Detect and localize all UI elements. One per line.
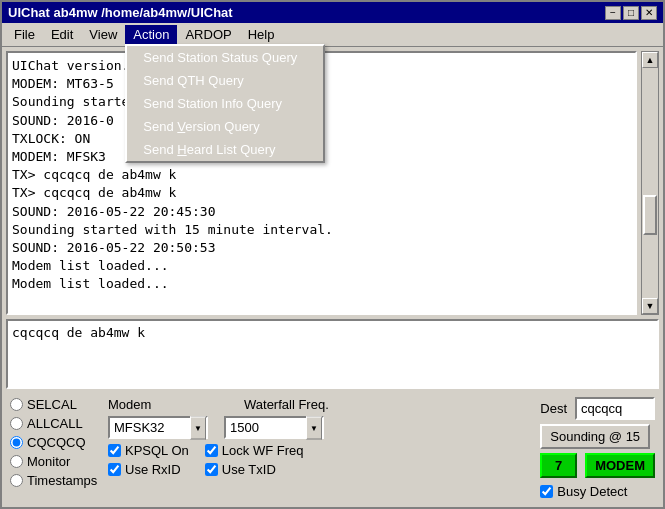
scrollbar[interactable]: ▲ ▼ — [641, 51, 659, 315]
radio-allcall-label: ALLCALL — [27, 416, 83, 431]
modem-waterfall-section: Modem Waterfall Freq. MFSK32 MT63-500 BP… — [108, 397, 329, 477]
window-title: UIChat ab4mw /home/ab4mw/UIChat — [8, 5, 233, 20]
scroll-up-button[interactable]: ▲ — [642, 52, 658, 68]
dest-row: Dest — [540, 397, 655, 420]
scroll-track — [642, 68, 658, 298]
radio-monitor-input[interactable] — [10, 455, 23, 468]
menu-send-station-info[interactable]: Send Station Info Query — [127, 92, 323, 115]
scroll-thumb[interactable] — [643, 195, 657, 235]
sounding-row: Sounding @ 15 — [540, 424, 655, 449]
checkbox-use-rxid[interactable]: Use RxID — [108, 462, 189, 477]
log-line: SOUND: 2016-05-22 20:50:53 — [12, 239, 631, 257]
scroll-down-button[interactable]: ▼ — [642, 298, 658, 314]
title-bar-buttons: − □ ✕ — [605, 6, 657, 20]
log-line: TX> cqcqcq de ab4mw k — [12, 166, 631, 184]
radio-cqcqcq[interactable]: CQCQCQ — [10, 435, 100, 450]
minimize-button[interactable]: − — [605, 6, 621, 20]
green-button-modem[interactable]: MODEM — [585, 453, 655, 478]
busy-detect-checkbox[interactable] — [540, 485, 553, 498]
main-window: UIChat ab4mw /home/ab4mw/UIChat − □ ✕ Fi… — [0, 0, 665, 509]
menu-ardop[interactable]: ARDOP — [177, 25, 239, 44]
menu-view[interactable]: View — [81, 25, 125, 44]
radio-allcall-input[interactable] — [10, 417, 23, 430]
log-line: Modem list loaded... — [12, 257, 631, 275]
radio-timestamps[interactable]: Timestamps — [10, 473, 100, 488]
lock-wf-checkbox[interactable] — [205, 444, 218, 457]
radio-cqcqcq-label: CQCQCQ — [27, 435, 86, 450]
waterfall-select-wrapper: 1500 1000 2000 ▼ — [224, 416, 324, 439]
radio-selcal[interactable]: SELCAL — [10, 397, 100, 412]
radio-timestamps-input[interactable] — [10, 474, 23, 487]
radio-monitor-label: Monitor — [27, 454, 70, 469]
use-rxid-label: Use RxID — [125, 462, 181, 477]
radio-selcal-label: SELCAL — [27, 397, 77, 412]
log-line: SOUND: 2016-05-22 20:45:30 — [12, 203, 631, 221]
checkbox-use-txid[interactable]: Use TxID — [205, 462, 304, 477]
menu-help[interactable]: Help — [240, 25, 283, 44]
log-line: Sounding started with 15 minute interval… — [12, 221, 631, 239]
use-rxid-checkbox[interactable] — [108, 463, 121, 476]
menu-action[interactable]: Action Send Station Status Query Send QT… — [125, 25, 177, 44]
menu-bar: File Edit View Action Send Station Statu… — [2, 23, 663, 47]
log-area-wrapper: UIChat version... MODEM: MT63-5 Sounding… — [6, 51, 659, 315]
modem-select[interactable]: MFSK32 MT63-500 BPSK31 — [108, 416, 208, 439]
use-txid-checkbox[interactable] — [205, 463, 218, 476]
right-controls: Dest Sounding @ 15 7 MODEM Busy Detect — [540, 397, 655, 499]
menu-send-heard-list[interactable]: Send Heard List Query — [127, 138, 323, 161]
radio-monitor[interactable]: Monitor — [10, 454, 100, 469]
sounding-button[interactable]: Sounding @ 15 — [540, 424, 650, 449]
menu-edit[interactable]: Edit — [43, 25, 81, 44]
modem-label: Modem — [108, 397, 228, 412]
labels-row: Modem Waterfall Freq. — [108, 397, 329, 412]
radio-timestamps-label: Timestamps — [27, 473, 97, 488]
close-button[interactable]: ✕ — [641, 6, 657, 20]
green-button-7[interactable]: 7 — [540, 453, 577, 478]
left-checkbox-group: KPSQL On Use RxID — [108, 443, 189, 477]
radio-group: SELCAL ALLCALL CQCQCQ Monitor Timestamps — [10, 397, 100, 488]
kpsql-label: KPSQL On — [125, 443, 189, 458]
busy-detect-row: Busy Detect — [540, 484, 655, 499]
kpsql-checkbox[interactable] — [108, 444, 121, 457]
bottom-panel: SELCAL ALLCALL CQCQCQ Monitor Timestamps — [6, 393, 659, 503]
input-text: cqcqcq de ab4mw k — [12, 325, 145, 340]
dest-input[interactable] — [575, 397, 655, 420]
radio-selcal-input[interactable] — [10, 398, 23, 411]
modem-select-wrapper: MFSK32 MT63-500 BPSK31 ▼ — [108, 416, 208, 439]
use-txid-label: Use TxID — [222, 462, 276, 477]
radio-cqcqcq-input[interactable] — [10, 436, 23, 449]
maximize-button[interactable]: □ — [623, 6, 639, 20]
waterfall-select[interactable]: 1500 1000 2000 — [224, 416, 324, 439]
menu-send-qth[interactable]: Send QTH Query — [127, 69, 323, 92]
action-dropdown: Send Station Status Query Send QTH Query… — [125, 44, 325, 163]
busy-detect-label: Busy Detect — [557, 484, 627, 499]
title-bar: UIChat ab4mw /home/ab4mw/UIChat − □ ✕ — [2, 2, 663, 23]
checkboxes-row: KPSQL On Use RxID Lock WF Freq — [108, 443, 329, 477]
radio-allcall[interactable]: ALLCALL — [10, 416, 100, 431]
menu-send-version[interactable]: Send Version Query — [127, 115, 323, 138]
menu-send-station-status[interactable]: Send Station Status Query — [127, 46, 323, 69]
log-line: Modem list loaded... — [12, 275, 631, 293]
waterfall-label: Waterfall Freq. — [244, 397, 329, 412]
input-area[interactable]: cqcqcq de ab4mw k — [6, 319, 659, 389]
checkbox-kpsql[interactable]: KPSQL On — [108, 443, 189, 458]
menu-file[interactable]: File — [6, 25, 43, 44]
checkbox-lock-wf[interactable]: Lock WF Freq — [205, 443, 304, 458]
main-content: UIChat version... MODEM: MT63-5 Sounding… — [2, 47, 663, 507]
lock-wf-label: Lock WF Freq — [222, 443, 304, 458]
right-checkbox-group: Lock WF Freq Use TxID — [205, 443, 304, 477]
dest-label: Dest — [540, 401, 567, 416]
selects-row: MFSK32 MT63-500 BPSK31 ▼ 1500 1000 2000 … — [108, 416, 329, 439]
green-buttons-row: 7 MODEM — [540, 453, 655, 478]
log-line: TX> cqcqcq de ab4mw k — [12, 184, 631, 202]
